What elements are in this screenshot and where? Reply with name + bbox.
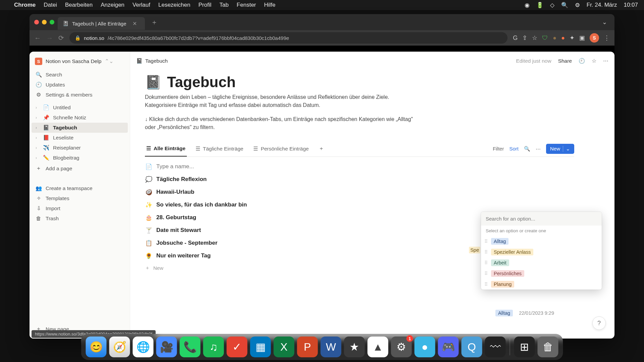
extensions-button[interactable]: ✦ (570, 34, 575, 42)
control-center-icon[interactable]: ⚙ (575, 2, 580, 9)
sidebar-trash[interactable]: 🗑Trash (32, 214, 128, 224)
dock-whatsapp[interactable]: 📞 (180, 337, 201, 357)
drag-handle-icon[interactable]: ⠿ (484, 249, 488, 255)
extension-icon[interactable]: ● (553, 35, 556, 42)
dock-finder[interactable]: 😊 (86, 337, 107, 357)
chrome-menu-button[interactable]: ⋮ (604, 34, 610, 42)
filter-button[interactable]: Filter (493, 146, 504, 152)
sidebar-search[interactable]: 🔍Search (32, 70, 128, 80)
dock-todoist[interactable]: ✓ (227, 337, 248, 357)
db-row[interactable]: ✨So vieles, für das ich dankbar bin (145, 198, 574, 211)
dock-zoom[interactable]: 🎥 (156, 337, 177, 357)
sort-button[interactable]: Sort (509, 146, 519, 152)
dock-missioncontrol[interactable]: ⊞ (514, 337, 535, 357)
menu-item[interactable]: Bearbeiten (65, 2, 93, 8)
new-tab-button[interactable]: ＋ (148, 18, 160, 27)
sidebar-templates[interactable]: ✧Templates (32, 193, 128, 203)
search-icon[interactable]: 🔍 (524, 146, 530, 152)
new-row-input[interactable]: 📄 (145, 160, 574, 173)
chevron-down-icon[interactable]: ⌄ (563, 146, 570, 152)
translate-icon[interactable]: G (513, 35, 518, 42)
tag-option[interactable]: ⠿Persönliches (481, 268, 602, 279)
db-row[interactable]: 🥥Hawaii-Urlaub (145, 186, 574, 198)
menu-item[interactable]: Verlauf (132, 2, 150, 8)
breadcrumb[interactable]: 📓 Tagebuch (136, 58, 168, 64)
sidebar-page[interactable]: ›📄Untitled (32, 103, 128, 113)
sidebar-page[interactable]: ›✏️Blogbeitrag (32, 153, 128, 163)
star-icon[interactable]: ☆ (592, 58, 596, 64)
caret-icon[interactable]: › (36, 105, 39, 110)
wifi-icon[interactable]: ◇ (550, 2, 554, 9)
sidebar-import[interactable]: ⇩Import (32, 203, 128, 214)
menubar-app[interactable]: Chrome (14, 2, 36, 8)
dock-settings[interactable]: ⚙ (391, 337, 412, 357)
tag-pill[interactable]: Alltag (495, 310, 513, 316)
view-tab-active[interactable]: ☰Alle Einträge (145, 141, 187, 157)
dock-safari[interactable]: 🧭 (109, 337, 130, 357)
sidebar-add-page[interactable]: ＋Add a page (32, 163, 128, 174)
search-icon[interactable]: 🔍 (561, 2, 568, 9)
back-button[interactable]: ← (34, 34, 41, 42)
caret-icon[interactable]: › (36, 135, 39, 140)
menu-item[interactable]: Lesezeichen (158, 2, 190, 8)
view-tab[interactable]: ☰Tägliche Einträge (194, 141, 245, 157)
menubar-time[interactable]: 10:07 (624, 2, 638, 8)
dock-powerpoint[interactable]: P (297, 337, 318, 357)
drag-handle-icon[interactable]: ⠿ (484, 260, 488, 265)
caret-icon[interactable]: › (36, 115, 39, 120)
dock-spotify[interactable]: ♫ (203, 337, 224, 357)
page-icon[interactable]: 📓 (145, 74, 162, 90)
dock-quicktime[interactable]: Q (462, 337, 482, 357)
reload-button[interactable]: ⟳ (58, 34, 64, 42)
help-button[interactable]: ? (592, 316, 606, 330)
battery-icon[interactable]: 🔋 (536, 2, 543, 9)
share-button[interactable]: Share (558, 58, 572, 64)
bookmark-icon[interactable]: ☆ (532, 34, 537, 42)
more-icon[interactable]: ⋯ (536, 146, 541, 152)
close-window-button[interactable] (34, 20, 39, 24)
tag-search-input[interactable] (481, 212, 602, 226)
close-tab-button[interactable]: ✕ (132, 20, 137, 27)
menu-item[interactable]: Hilfe (264, 2, 275, 8)
more-icon[interactable]: ⋯ (603, 58, 608, 64)
record-icon[interactable]: ◉ (525, 2, 530, 9)
dock-voice[interactable]: 〰 (485, 337, 506, 357)
extension-icon[interactable]: ● (561, 35, 565, 42)
tag-option[interactable]: ⠿Planung (481, 279, 602, 290)
sidebar-page-active[interactable]: ›📓Tagebuch (32, 123, 128, 133)
dock-discord[interactable]: 🎮 (438, 337, 459, 357)
menu-item[interactable]: Datei (44, 2, 57, 8)
add-view-button[interactable]: ＋ (317, 141, 325, 157)
dock-drive[interactable]: ▲ (368, 337, 388, 357)
menu-item[interactable]: Anzeigen (101, 2, 124, 8)
profile-avatar[interactable]: S (590, 33, 599, 43)
minimize-window-button[interactable] (42, 20, 47, 24)
dock-imovie[interactable]: ★ (344, 337, 365, 357)
dock-word[interactable]: W (321, 337, 341, 357)
share-icon[interactable]: ⇪ (522, 34, 527, 42)
db-row[interactable]: 💭Tägliche Reflexion (145, 173, 574, 186)
sidebar-settings[interactable]: ⚙Settings & members (32, 90, 128, 100)
sidebar-page[interactable]: ›✈️Reiseplaner (32, 143, 128, 153)
sidebar-teamspace[interactable]: 👥Create a teamspace (32, 183, 128, 193)
sidebar-page[interactable]: ›📌Schnelle Notiz (32, 113, 128, 123)
sidebar-updates[interactable]: 🕘Updates (32, 80, 128, 90)
sidepanel-icon[interactable]: ▣ (579, 34, 585, 42)
caret-icon[interactable]: › (36, 145, 39, 150)
drag-handle-icon[interactable]: ⠿ (484, 239, 488, 244)
extension-icon[interactable]: 🛡 (542, 35, 548, 42)
page-title[interactable]: Tagebuch (167, 74, 236, 90)
page-description[interactable]: Dokumentiere dein Leben – tägliche Ereig… (145, 93, 420, 109)
tab-overflow-button[interactable]: ⌄ (599, 18, 610, 26)
workspace-switcher[interactable]: S Notion von Sascha Delp ⌃⌄ (32, 56, 128, 67)
browser-tab[interactable]: 📓 Tagebuch | Alle Einträge ✕ (58, 17, 145, 30)
drag-handle-icon[interactable]: ⠿ (484, 282, 488, 287)
tag-option[interactable]: ⠿Spezieller Anlass (481, 247, 602, 257)
name-input[interactable] (156, 163, 290, 170)
dock-excel[interactable]: X (274, 337, 294, 357)
menu-item[interactable]: Profil (198, 2, 211, 8)
tag-option[interactable]: ⠿Arbeit (481, 257, 602, 268)
menubar-date[interactable]: Fr. 24. März (587, 2, 617, 8)
caret-icon[interactable]: › (36, 125, 39, 130)
dock-trello[interactable]: ▦ (250, 337, 271, 357)
